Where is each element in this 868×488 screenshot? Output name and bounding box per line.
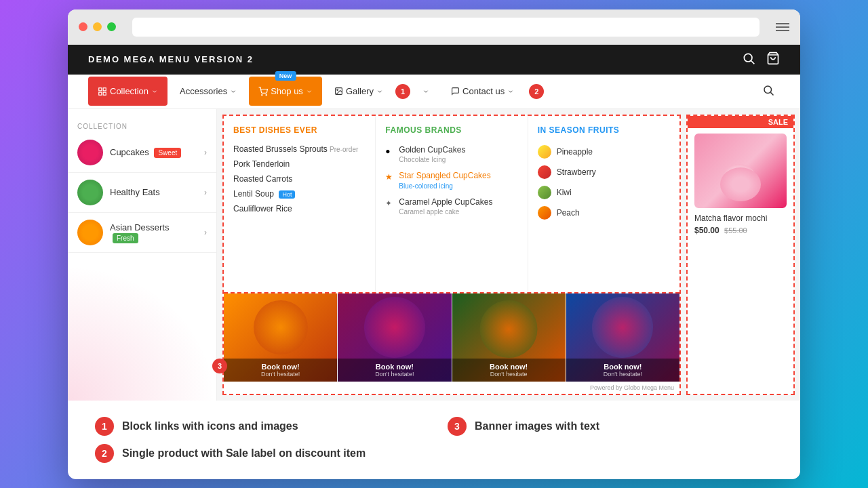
product-link-golden[interactable]: ● Golden CupCakes Chocolate Icing [385, 142, 517, 168]
col-title-fruits: In season fruits [538, 125, 670, 135]
browser-window: DEMO MEGA MENU VERSION 2 Collection Acce… [68, 9, 800, 479]
arrow-icon: › [204, 188, 207, 197]
product-link-caramel[interactable]: ✦ Caramel Apple CupCakes Caramel apple c… [385, 194, 517, 220]
sidebar-cupcakes-label: Cupcakes Sweet [110, 147, 197, 157]
banner-4[interactable]: Book now! Don't hesitate! [566, 293, 679, 382]
strawberry-icon [538, 165, 551, 179]
sidebar-asian-label: Asian Desserts Fresh [110, 222, 197, 243]
svg-rect-4 [103, 87, 106, 90]
svg-rect-3 [99, 87, 102, 90]
fruit-peach[interactable]: Peach [538, 203, 670, 223]
product-icon-golden: ● [385, 146, 395, 156]
nav-item-blog[interactable] [413, 79, 439, 104]
asian-name: Asian Desserts [110, 222, 169, 232]
lentil-text: Lentil Soup [233, 189, 274, 199]
browser-menu-button[interactable] [776, 23, 789, 31]
peach-icon [538, 206, 551, 220]
mochi-shape-1 [720, 167, 761, 201]
badge-new: New [275, 71, 296, 81]
caramel-desc: Caramel apple cake [399, 207, 492, 216]
banner-1[interactable]: Book now! Don't hesitate! [224, 293, 338, 382]
banner-title-1: Book now! [229, 363, 332, 371]
caption-text-3: Banner images with text [475, 420, 599, 432]
cart-icon[interactable] [766, 52, 780, 68]
pineapple-icon [538, 145, 551, 159]
star-name: Star Spangled CupCakes [399, 171, 490, 182]
fruit-kiwi[interactable]: Kiwi [538, 182, 670, 203]
sidebar-label: Collection [68, 116, 216, 133]
hot-badge: Hot [279, 190, 295, 199]
sidebar-item-cupcakes[interactable]: Cupcakes Sweet › [68, 133, 216, 173]
fruit-strawberry[interactable]: Strawberry [538, 162, 670, 182]
decorative-bg [68, 265, 216, 401]
main-content: Collection Cupcakes Sweet › Healthy Eats… [68, 109, 800, 401]
asian-image [77, 220, 103, 245]
banner-sub-4: Don't hesitate! [572, 371, 674, 378]
star-desc: Blue-colored icing [399, 182, 490, 190]
banner-overlay-1: Book now! Don't hesitate! [224, 359, 337, 382]
product-text-star: Star Spangled CupCakes Blue-colored icin… [399, 171, 490, 190]
nav-item-collection[interactable]: Collection [88, 77, 167, 106]
nav-search-icon[interactable] [757, 75, 780, 108]
golden-name: Golden CupCakes [399, 145, 465, 156]
link-pork[interactable]: Pork Tenderloin [233, 157, 366, 171]
old-price: $55.00 [724, 226, 747, 235]
caption-item-3: 3 Banner images with text [448, 417, 773, 436]
mega-menu-panel: Best dishes ever Roasted Brussels Sprout… [222, 115, 681, 395]
caramel-name: Caramel Apple CupCakes [399, 197, 492, 208]
link-carrots[interactable]: Roasted Carrots [233, 171, 366, 186]
link-cauliflower[interactable]: Cauliflower Rice [233, 201, 366, 216]
caption-num-1: 1 [95, 417, 114, 436]
product-name: Matcha flavor mochi [694, 214, 787, 223]
fresh-badge: Fresh [113, 233, 138, 243]
svg-point-7 [262, 94, 262, 95]
banner-title-2: Book now! [343, 363, 446, 371]
banner-3[interactable]: Book now! Don't hesitate [452, 293, 566, 382]
strawberry-label: Strawberry [557, 167, 596, 177]
link-brussels[interactable]: Roasted Brussels Sprouts Pre-order [233, 142, 366, 157]
banner-title-3: Book now! [458, 363, 560, 371]
minimize-button[interactable] [93, 22, 102, 31]
product-icon-star: ★ [385, 172, 395, 182]
sidebar-item-asian[interactable]: Asian Desserts Fresh › [68, 213, 216, 253]
product-image [694, 134, 787, 208]
product-icon-caramel: ✦ [385, 199, 395, 208]
nav-item-shopus[interactable]: New Shop us [249, 77, 322, 106]
address-bar[interactable] [132, 18, 760, 37]
close-button[interactable] [79, 22, 87, 31]
sidebar-item-healthy[interactable]: Healthy Eats › [68, 173, 216, 213]
banner-2[interactable]: Book now! Don't hesitate! [338, 293, 452, 382]
nav-item-gallery[interactable]: Gallery [325, 77, 393, 106]
col-title-brands: Famous brands [385, 125, 517, 135]
nav-collection-label: Collection [110, 86, 149, 96]
link-lentil[interactable]: Lentil Soup Hot [233, 186, 366, 201]
product-text-caramel: Caramel Apple CupCakes Caramel apple cak… [399, 197, 492, 217]
product-text-golden: Golden CupCakes Chocolate Icing [399, 145, 465, 165]
arrow-icon: › [204, 148, 207, 157]
svg-line-12 [770, 92, 773, 95]
maximize-button[interactable] [107, 22, 116, 31]
nav-gallery-label: Gallery [346, 86, 374, 96]
nav-item-accessories[interactable]: Accessories [170, 77, 246, 106]
badge-num-2: 2 [529, 84, 544, 99]
site-header: DEMO MEGA MENU VERSION 2 [68, 45, 800, 75]
mega-col-dishes: Best dishes ever Roasted Brussels Sprout… [224, 116, 376, 292]
search-icon[interactable] [742, 52, 755, 68]
fruit-pineapple[interactable]: Pineapple [538, 142, 670, 162]
banner-overlay-4: Book now! Don't hesitate! [566, 359, 679, 382]
kiwi-label: Kiwi [557, 188, 572, 197]
sale-badge: SALE [688, 116, 793, 128]
banner-sub-2: Don't hesitate! [343, 371, 446, 378]
banner-overlay-2: Book now! Don't hesitate! [338, 359, 451, 382]
cupcakes-name: Cupcakes [110, 147, 149, 157]
svg-point-11 [764, 86, 772, 94]
nav-item-contact[interactable]: Contact us [441, 77, 524, 106]
product-link-star[interactable]: ★ Star Spangled CupCakes Blue-colored ic… [385, 167, 517, 194]
svg-rect-5 [99, 92, 102, 95]
powered-by: Powered by Globo Mega Menu [224, 382, 679, 394]
mega-menu-bottom: Book now! Don't hesitate! Book now! Don'… [224, 293, 679, 382]
cupcakes-image [77, 140, 103, 165]
peach-label: Peach [557, 208, 580, 218]
kiwi-icon [538, 186, 551, 199]
caption-item-1: 1 Block links with icons and images [95, 417, 420, 436]
